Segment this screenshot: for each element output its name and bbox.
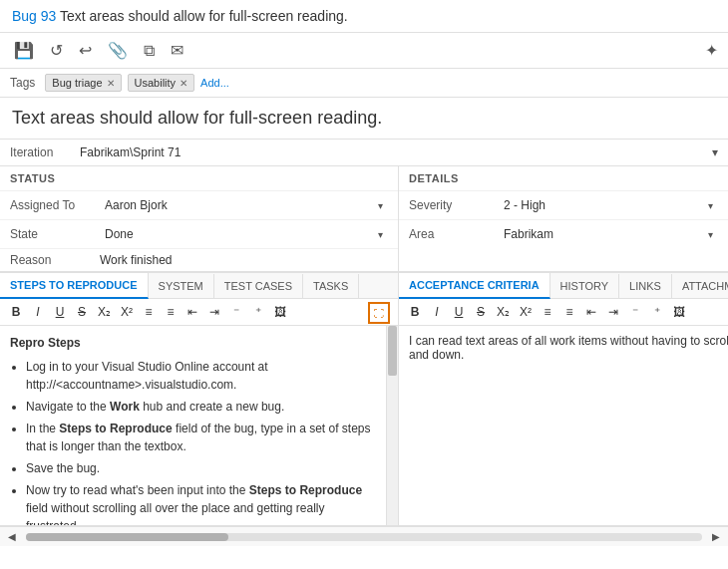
ac-more-align-button[interactable]: ⁺ [647,302,667,322]
ac-indent-left-button[interactable]: ⇤ [581,302,601,322]
severity-dropdown[interactable]: 2 - High ▾ [499,195,718,215]
details-column: DETAILS Severity 2 - High ▾ Area Fabrika… [399,166,728,271]
tag-bug-triage: Bug triage ✕ [45,74,121,92]
ac-ol-button[interactable]: ≡ [559,302,579,322]
superscript-button[interactable]: X² [117,302,137,322]
iteration-value: Fabrikam\Sprint 71 [80,145,712,159]
settings-icon[interactable]: ✦ [705,41,718,60]
acceptance-criteria-content: I can read text areas of all work items … [399,326,728,525]
right-tabs-row: ACCEPTANCE CRITERIA HISTORY LINKS ATTACH… [399,273,728,299]
repro-steps-content: Repro Steps Log in to your Visual Studio… [0,326,398,525]
left-fmt-toolbar: B I U S X₂ X² ≡ ≡ ⇤ ⇥ ⁻ ⁺ 🖼 ⛶ [0,299,398,326]
list-item: Save the bug. [26,459,378,477]
list-item: In the Steps to Reproduce field of the b… [26,420,378,455]
status-details-section: STATUS Assigned To Aaron Bjork ▾ State D… [0,166,728,272]
status-header: STATUS [0,166,398,190]
severity-arrow: ▾ [708,200,713,211]
page-title: Bug 93 Text areas should allow for full-… [0,0,728,33]
iteration-label: Iteration [10,145,80,159]
left-panel: STEPS TO REPRODUCE SYSTEM TEST CASES TAS… [0,273,399,525]
ac-align-button[interactable]: ⁻ [625,302,645,322]
area-arrow: ▾ [708,229,713,240]
details-header: DETAILS [399,166,728,190]
add-tag-button[interactable]: Add... [200,77,229,89]
state-arrow: ▾ [378,229,383,240]
iteration-row: Iteration Fabrikam\Sprint 71 ▾ [0,140,728,166]
repro-steps-list: Log in to your Visual Studio Online acco… [10,358,378,525]
tags-label: Tags [10,76,35,90]
state-dropdown[interactable]: Done ▾ [100,224,388,244]
tab-steps-to-reproduce[interactable]: STEPS TO REPRODUCE [0,273,149,299]
left-tabs-row: STEPS TO REPRODUCE SYSTEM TEST CASES TAS… [0,273,398,299]
bug-link[interactable]: Bug 93 [12,8,56,24]
ac-subscript-button[interactable]: X₂ [493,302,514,322]
ul-button[interactable]: ≡ [139,302,159,322]
undo-button[interactable]: ↩ [75,39,96,62]
ac-italic-button[interactable]: I [427,302,447,322]
image-button[interactable]: 🖼 [270,302,290,322]
area-row: Area Fabrikam ▾ [399,219,728,248]
assigned-to-label: Assigned To [10,198,100,212]
acceptance-criteria-text: I can read text areas of all work items … [409,334,728,362]
tab-links[interactable]: LINKS [619,274,672,298]
reason-value: Work finished [100,253,388,267]
tabs-split: STEPS TO REPRODUCE SYSTEM TEST CASES TAS… [0,273,728,526]
indent-right-button[interactable]: ⇥ [204,302,224,322]
tab-test-cases[interactable]: TEST CASES [214,274,303,298]
iteration-dropdown-arrow[interactable]: ▾ [712,145,718,159]
ac-ul-button[interactable]: ≡ [538,302,557,322]
list-item: Log in to your Visual Studio Online acco… [26,358,378,394]
subscript-button[interactable]: X₂ [94,302,115,322]
indent-left-button[interactable]: ⇤ [182,302,202,322]
state-row: State Done ▾ [0,219,398,248]
bottom-scrollbar: ◀ ▶ [0,526,728,546]
ac-bold-button[interactable]: B [405,302,425,322]
expand-button[interactable]: ⛶ [368,302,390,324]
email-button[interactable]: ✉ [167,39,187,62]
work-item-title: Text areas should allow for full-screen … [0,98,728,140]
strikethrough-button[interactable]: S [72,302,92,322]
severity-row: Severity 2 - High ▾ [399,190,728,219]
ol-button[interactable]: ≡ [161,302,181,322]
copy-button[interactable]: ⧉ [140,40,159,62]
tab-acceptance-criteria[interactable]: ACCEPTANCE CRITERIA [399,273,550,299]
tag-usability-remove[interactable]: ✕ [180,78,187,89]
right-fmt-toolbar: B I U S X₂ X² ≡ ≡ ⇤ ⇥ ⁻ ⁺ 🖼 ⛶ [399,299,728,326]
tab-history[interactable]: HISTORY [550,274,620,298]
area-dropdown[interactable]: Fabrikam ▾ [499,224,718,244]
tag-usability: Usability ✕ [128,74,195,92]
tab-tasks[interactable]: TASKS [303,274,359,298]
scroll-thumb [388,326,397,376]
ac-superscript-button[interactable]: X² [516,302,536,322]
scroll-right-button[interactable]: ▶ [706,529,726,544]
vertical-scrollbar[interactable] [386,326,398,525]
refresh-button[interactable]: ↺ [46,39,67,62]
tag-bug-triage-remove[interactable]: ✕ [107,78,115,89]
scroll-left-button[interactable]: ◀ [2,529,22,544]
area-label: Area [409,227,499,241]
assigned-to-dropdown[interactable]: Aaron Bjork ▾ [100,195,388,215]
tags-row: Tags Bug triage ✕ Usability ✕ Add... [0,69,728,98]
bold-button[interactable]: B [6,302,26,322]
italic-button[interactable]: I [28,302,48,322]
reason-row: Reason Work finished [0,248,398,271]
reason-label: Reason [10,253,100,267]
tab-attachment[interactable]: ATTACHMENT [672,274,728,298]
more-align-button[interactable]: ⁺ [248,302,268,322]
attachment-button[interactable]: 📎 [104,39,132,62]
severity-label: Severity [409,198,499,212]
scroll-track[interactable] [26,533,702,541]
ac-strikethrough-button[interactable]: S [471,302,491,322]
ac-image-button[interactable]: 🖼 [669,302,689,322]
list-item: Navigate to the Work hub and create a ne… [26,398,378,416]
toolbar: 💾 ↺ ↩ 📎 ⧉ ✉ ✦ [0,33,728,69]
underline-button[interactable]: U [50,302,70,322]
ac-indent-right-button[interactable]: ⇥ [603,302,623,322]
list-item: Now try to read what's been input into t… [26,481,378,525]
save-button[interactable]: 💾 [10,39,38,62]
tabs-container: STEPS TO REPRODUCE SYSTEM TEST CASES TAS… [0,272,728,526]
align-button[interactable]: ⁻ [226,302,246,322]
repro-steps-heading: Repro Steps [10,334,378,352]
ac-underline-button[interactable]: U [449,302,469,322]
tab-system[interactable]: SYSTEM [149,274,214,298]
